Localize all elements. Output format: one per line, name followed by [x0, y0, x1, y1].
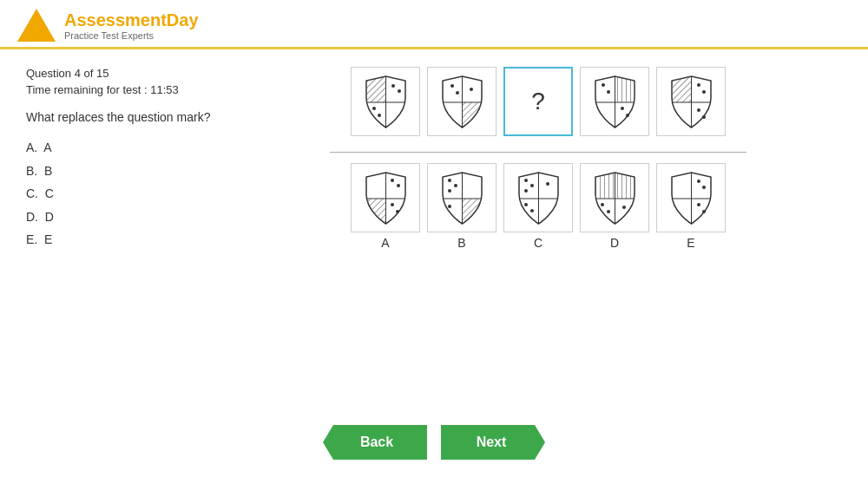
- answer-label-d: D: [610, 236, 619, 250]
- svg-point-44: [448, 189, 451, 193]
- svg-point-43: [454, 184, 457, 187]
- answer-shield-d: [580, 163, 649, 232]
- svg-point-21: [621, 107, 624, 110]
- svg-point-37: [391, 203, 394, 206]
- svg-point-22: [626, 114, 629, 117]
- svg-point-59: [601, 203, 604, 206]
- sequence-shield-4: [580, 67, 649, 136]
- option-a[interactable]: A. A: [26, 136, 217, 160]
- svg-point-42: [448, 179, 451, 182]
- svg-point-28: [702, 90, 706, 94]
- svg-point-30: [702, 115, 706, 119]
- svg-point-49: [524, 179, 528, 182]
- svg-point-38: [396, 210, 399, 213]
- svg-point-35: [397, 184, 400, 187]
- svg-point-67: [702, 210, 706, 213]
- divider: [330, 152, 746, 153]
- svg-point-53: [524, 203, 528, 206]
- svg-rect-58: [595, 173, 635, 199]
- sequence-row: ?: [351, 67, 726, 136]
- right-panel: ?: [234, 67, 842, 252]
- svg-point-5: [398, 89, 401, 93]
- option-c[interactable]: C. C: [26, 182, 217, 206]
- answer-shield-b: [427, 163, 496, 232]
- svg-point-20: [607, 90, 610, 94]
- sequence-shield-2: [427, 67, 496, 136]
- svg-point-64: [697, 180, 700, 183]
- svg-point-14: [470, 88, 473, 91]
- next-button[interactable]: Next: [441, 425, 545, 460]
- svg-point-12: [456, 91, 459, 95]
- logo-subtitle: Practice Test Experts: [64, 30, 199, 41]
- svg-point-11: [450, 84, 454, 88]
- option-d[interactable]: D. D: [26, 206, 217, 229]
- answer-label-e: E: [687, 236, 694, 250]
- svg-point-51: [524, 189, 528, 193]
- options-list: A. A B. B C. C D. D E. E: [26, 136, 217, 252]
- svg-point-52: [546, 182, 549, 186]
- sequence-shield-5: [656, 67, 726, 136]
- answer-item-d[interactable]: D: [580, 163, 649, 250]
- svg-point-34: [391, 179, 394, 182]
- header: AssessmentDay Practice Test Experts: [0, 0, 868, 49]
- svg-rect-45: [462, 199, 482, 225]
- sequence-shield-1: [351, 67, 420, 136]
- answer-item-a[interactable]: A: [351, 163, 420, 250]
- question-progress: Question 4 of 15: [26, 67, 217, 80]
- answer-label-c: C: [534, 236, 542, 250]
- svg-point-60: [607, 210, 610, 213]
- svg-point-50: [530, 184, 534, 187]
- logo-icon: [17, 9, 56, 42]
- left-panel: Question 4 of 15 Time remaining for test…: [26, 67, 217, 252]
- svg-rect-36: [366, 199, 386, 225]
- svg-point-66: [697, 203, 700, 206]
- logo-text: AssessmentDay Practice Test Experts: [64, 10, 199, 41]
- answer-shield-c: [503, 163, 573, 232]
- logo-title: AssessmentDay: [64, 10, 199, 30]
- svg-point-7: [378, 114, 381, 117]
- question-text: What replaces the question mark?: [26, 110, 217, 124]
- svg-point-4: [391, 84, 395, 88]
- answer-row: A: [351, 163, 726, 250]
- svg-rect-13: [462, 102, 482, 128]
- answer-item-e[interactable]: E: [656, 163, 726, 250]
- svg-rect-3: [366, 76, 386, 102]
- question-mark-symbol: ?: [531, 88, 545, 115]
- svg-rect-26: [672, 76, 692, 102]
- answer-shield-e: [656, 163, 726, 232]
- answer-label-a: A: [381, 236, 389, 250]
- option-e[interactable]: E. E: [26, 228, 217, 252]
- answer-item-b[interactable]: B: [427, 163, 496, 250]
- svg-point-29: [697, 108, 700, 112]
- answer-label-b: B: [457, 236, 465, 250]
- back-button[interactable]: Back: [323, 425, 427, 460]
- answer-item-c[interactable]: C: [503, 163, 573, 250]
- sequence-shield-question: ?: [503, 67, 573, 136]
- time-remaining: Time remaining for test : 11:53: [26, 83, 217, 96]
- svg-point-27: [697, 83, 700, 87]
- svg-point-46: [448, 205, 451, 208]
- svg-point-6: [372, 107, 376, 110]
- svg-point-61: [622, 206, 626, 209]
- svg-point-19: [602, 83, 605, 87]
- svg-point-54: [530, 209, 534, 212]
- bottom-bar: Back Next: [0, 425, 868, 460]
- main-content: Question 4 of 15 Time remaining for test…: [0, 49, 868, 269]
- answer-shield-a: [351, 163, 420, 232]
- svg-point-65: [702, 186, 706, 189]
- svg-rect-18: [615, 76, 635, 102]
- option-b[interactable]: B. B: [26, 160, 217, 183]
